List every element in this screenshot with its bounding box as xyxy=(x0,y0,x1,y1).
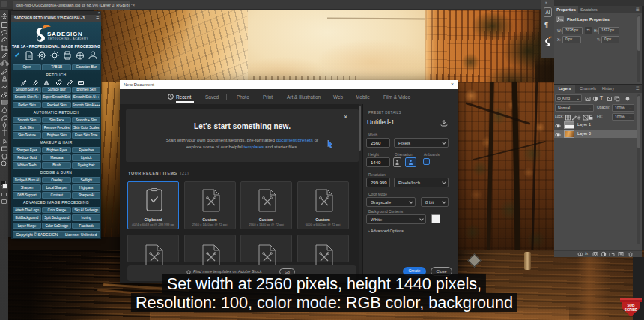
svg-text:SUB: SUB xyxy=(627,304,635,307)
svg-text:SCRIBE: SCRIBE xyxy=(625,308,637,312)
